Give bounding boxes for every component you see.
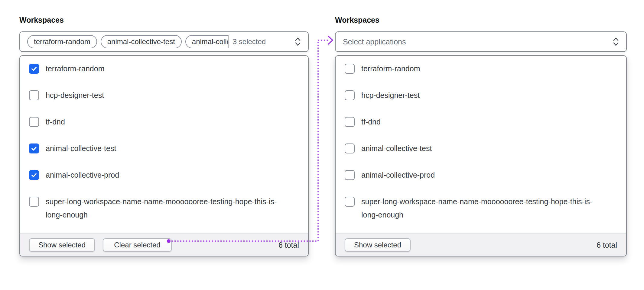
listbox-panel: terraform-random hcp-designer-test tf-dn… [335, 55, 627, 256]
workspace-option-label: tf-dnd [46, 115, 65, 128]
workspace-option-label: animal-collective-test [46, 142, 116, 155]
workspace-option[interactable]: animal-collective-prod [29, 168, 299, 182]
listbox-footer: Show selected Clear selected 6 total [20, 234, 308, 256]
workspace-option[interactable]: super-long-workspace-name-name-moooooore… [29, 195, 299, 221]
total-count-label: 6 total [278, 241, 299, 250]
selected-count-label: 3 selected [233, 37, 266, 46]
checkbox[interactable] [345, 197, 355, 207]
workspace-option[interactable]: tf-dnd [345, 115, 617, 128]
workspace-option[interactable]: super-long-workspace-name-name-moooooore… [345, 195, 617, 221]
show-selected-button[interactable]: Show selected [345, 238, 411, 252]
workspace-option-label: terraform-random [46, 62, 105, 75]
workspace-option[interactable]: hcp-designer-test [345, 89, 617, 102]
multiselect-trigger[interactable]: terraform-random animal-collective-test … [19, 31, 309, 52]
checkbox[interactable] [345, 143, 355, 153]
total-count-label: 6 total [597, 241, 617, 250]
checkbox[interactable] [29, 170, 39, 180]
multiselect-trigger[interactable]: Select applications [335, 31, 627, 52]
select-placeholder: Select applications [343, 37, 406, 46]
workspace-option[interactable]: animal-collective-test [345, 142, 617, 155]
checkbox[interactable] [345, 170, 355, 180]
checkbox[interactable] [345, 90, 355, 100]
workspace-option-label: terraform-random [361, 62, 420, 75]
workspace-option[interactable]: animal-collective-prod [345, 168, 617, 182]
workspace-option-label: animal-collective-test [361, 142, 432, 155]
clear-selected-button[interactable]: Clear selected [103, 238, 172, 252]
chevron-up-down-icon[interactable] [294, 37, 302, 47]
listbox-footer: Show selected 6 total [336, 234, 626, 256]
checkbox[interactable] [345, 64, 355, 74]
workspace-option-label: hcp-designer-test [46, 89, 104, 102]
selected-tag[interactable]: animal-collective-test [101, 35, 182, 48]
workspace-option[interactable]: animal-collective-test [29, 142, 299, 155]
workspace-option[interactable]: hcp-designer-test [29, 89, 299, 102]
checkbox[interactable] [29, 90, 39, 100]
selected-tag[interactable]: terraform-random [27, 35, 97, 48]
selected-tag[interactable]: animal-collective-prod [185, 35, 229, 48]
workspace-option-label: super-long-workspace-name-name-moooooore… [361, 195, 603, 221]
checkbox[interactable] [29, 143, 39, 153]
listbox-panel: terraform-random hcp-designer-test tf-dn… [19, 55, 309, 256]
multiselect-right: Workspaces Select applications terraform… [335, 16, 627, 256]
workspace-option[interactable]: terraform-random [29, 62, 299, 75]
workspace-option[interactable]: terraform-random [345, 62, 617, 75]
workspace-option-label: animal-collective-prod [361, 168, 435, 182]
multiselect-left: Workspaces terraform-random animal-colle… [19, 16, 309, 256]
workspace-option[interactable]: tf-dnd [29, 115, 299, 128]
workspace-option-label: animal-collective-prod [46, 168, 119, 182]
option-list: terraform-random hcp-designer-test tf-dn… [336, 56, 626, 234]
field-label: Workspaces [335, 16, 627, 24]
selected-tag-clipped-wrapper: animal-collective-prod [185, 35, 229, 48]
field-label: Workspaces [19, 16, 309, 24]
chevron-up-down-icon[interactable] [612, 37, 620, 47]
option-list: terraform-random hcp-designer-test tf-dn… [20, 56, 308, 234]
checkbox[interactable] [345, 117, 355, 127]
show-selected-button[interactable]: Show selected [29, 238, 95, 252]
workspace-option-label: hcp-designer-test [361, 89, 420, 102]
checkbox[interactable] [29, 117, 39, 127]
workspace-option-label: super-long-workspace-name-name-moooooore… [46, 195, 288, 221]
checkbox[interactable] [29, 64, 39, 74]
workspace-option-label: tf-dnd [361, 115, 381, 128]
checkbox[interactable] [29, 197, 39, 207]
